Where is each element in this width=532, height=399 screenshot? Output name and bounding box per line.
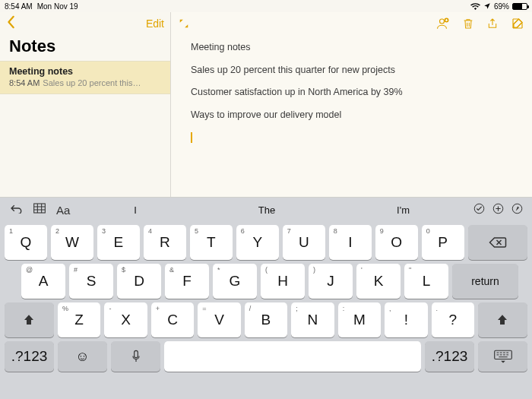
shift-key[interactable] [478, 302, 527, 337]
key-S[interactable]: #S [69, 264, 113, 299]
key-I[interactable]: 8I [329, 225, 372, 260]
table-icon[interactable] [33, 203, 46, 217]
key-E[interactable]: 3E [97, 225, 140, 260]
wifi-icon [470, 2, 480, 10]
edit-button[interactable]: Edit [146, 17, 164, 30]
fullscreen-icon[interactable] [179, 18, 189, 29]
key-A[interactable]: @A [21, 264, 65, 299]
format-icon[interactable]: Aa [56, 204, 70, 217]
battery-icon [512, 3, 527, 10]
checklist-icon[interactable] [473, 203, 485, 217]
key-M[interactable]: :M [338, 302, 381, 337]
sidebar-title: Notes [0, 35, 170, 61]
key-L[interactable]: "L [404, 264, 448, 299]
text-cursor [191, 132, 192, 143]
note-editor: Meeting notes Sales up 20 percent this q… [171, 12, 532, 197]
status-date: Mon Nov 19 [37, 2, 78, 11]
location-icon [483, 2, 491, 10]
markup-icon[interactable] [511, 203, 523, 217]
note-list-item[interactable]: Meeting notes 8:54 AMSales up 20 percent… [0, 61, 170, 94]
key-.?123[interactable]: .?123 [5, 341, 54, 372]
battery-percent: 69% [494, 2, 509, 11]
suggestion[interactable]: The [243, 201, 290, 219]
key-P[interactable]: 0P [422, 225, 464, 260]
hide-keyboard-key[interactable] [478, 341, 527, 372]
key-return[interactable]: return [452, 264, 518, 299]
share-icon[interactable] [486, 17, 499, 30]
key-B[interactable]: /B [245, 302, 287, 337]
key-row-2: @A#S$D&F*G(H)J'K"Lreturn [3, 264, 529, 299]
compose-icon[interactable] [511, 17, 524, 30]
add-icon[interactable] [492, 203, 504, 217]
key-row-4: .?123☺.?123 [3, 341, 529, 372]
key-J[interactable]: )J [309, 264, 353, 299]
key-G[interactable]: *G [213, 264, 257, 299]
undo-icon[interactable] [9, 203, 23, 217]
status-time: 8:54 AM [5, 2, 33, 11]
prediction-bar: Aa I The I'm [0, 198, 532, 222]
key-K[interactable]: 'K [356, 264, 401, 299]
keyboard: Aa I The I'm 1Q2W3E4R5T6Y7U8I9O0P @A#S$D… [0, 198, 532, 399]
status-bar: 8:54 AM Mon Nov 19 69% [0, 0, 532, 12]
key-T[interactable]: 5T [190, 225, 233, 260]
backspace-key[interactable] [468, 225, 527, 260]
key-Q[interactable]: 1Q [5, 225, 47, 260]
suggestion[interactable]: I'm [382, 201, 425, 219]
note-body[interactable]: Meeting notes Sales up 20 percent this q… [171, 35, 532, 150]
key-H[interactable]: (H [261, 264, 305, 299]
suggestion[interactable]: I [119, 201, 152, 219]
svg-point-0 [440, 19, 445, 24]
note-item-title: Meeting notes [9, 66, 161, 77]
note-item-meta: 8:54 AMSales up 20 percent this… [9, 78, 161, 87]
add-people-icon[interactable] [436, 17, 450, 30]
key-.?123[interactable]: .?123 [425, 341, 474, 372]
svg-rect-6 [134, 350, 138, 357]
key-?[interactable]: .? [432, 302, 474, 337]
key-R[interactable]: 4R [144, 225, 186, 260]
notes-sidebar: Edit Notes Meeting notes 8:54 AMSales up… [0, 12, 171, 197]
key-D[interactable]: $D [117, 264, 161, 299]
key-![interactable]: ,! [385, 302, 427, 337]
key-N[interactable]: ;N [291, 302, 334, 337]
key-row-1: 1Q2W3E4R5T6Y7U8I9O0P [3, 225, 529, 260]
svg-rect-2 [34, 204, 46, 213]
key-Y[interactable]: 6Y [236, 225, 279, 260]
key-Z[interactable]: %Z [58, 302, 100, 337]
trash-icon[interactable] [462, 17, 474, 30]
key-W[interactable]: 2W [51, 225, 93, 260]
key-X[interactable]: -X [104, 302, 147, 337]
key-U[interactable]: 7U [283, 225, 325, 260]
key-V[interactable]: =V [198, 302, 240, 337]
key-row-3: %Z-X+C=V/B;N:M,!.? [3, 302, 529, 337]
key-F[interactable]: &F [165, 264, 209, 299]
shift-key[interactable] [5, 302, 54, 337]
back-button[interactable] [6, 15, 17, 32]
key-O[interactable]: 9O [375, 225, 418, 260]
key-space[interactable] [164, 341, 421, 372]
key-C[interactable]: +C [151, 302, 194, 337]
emoji-key[interactable]: ☺ [58, 341, 107, 372]
dictation-key[interactable] [111, 341, 160, 372]
